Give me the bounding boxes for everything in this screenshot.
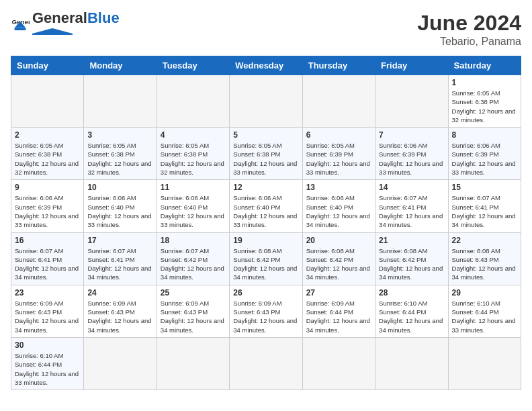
calendar-cell: 10Sunrise: 6:06 AMSunset: 6:40 PMDayligh…	[84, 180, 157, 232]
day-number: 22	[452, 236, 517, 245]
day-number: 28	[379, 288, 444, 298]
day-number: 10	[87, 183, 152, 192]
title-block: June 2024 Tebario, Panama	[417, 11, 521, 48]
calendar-cell: 20Sunrise: 6:08 AMSunset: 6:42 PMDayligh…	[302, 232, 375, 285]
day-info: Sunrise: 6:07 AMSunset: 6:42 PMDaylight:…	[161, 246, 226, 282]
day-number: 19	[233, 236, 298, 245]
day-info: Sunrise: 6:05 AMSunset: 6:38 PMDaylight:…	[15, 141, 80, 177]
calendar-cell	[11, 75, 84, 128]
calendar-cell: 15Sunrise: 6:07 AMSunset: 6:41 PMDayligh…	[448, 180, 521, 232]
day-number: 14	[379, 183, 444, 192]
day-number: 25	[161, 288, 226, 298]
day-number: 3	[87, 130, 152, 140]
calendar-table: Sunday Monday Tuesday Wednesday Thursday…	[11, 56, 521, 390]
calendar-cell: 12Sunrise: 6:06 AMSunset: 6:40 PMDayligh…	[230, 180, 302, 232]
day-info: Sunrise: 6:08 AMSunset: 6:42 PMDaylight:…	[233, 246, 298, 282]
calendar-cell: 7Sunrise: 6:06 AMSunset: 6:39 PMDaylight…	[375, 128, 448, 180]
day-number: 8	[452, 130, 517, 140]
calendar-cell: 2Sunrise: 6:05 AMSunset: 6:38 PMDaylight…	[11, 128, 84, 180]
day-info: Sunrise: 6:06 AMSunset: 6:40 PMDaylight:…	[161, 193, 226, 229]
day-number: 23	[15, 288, 80, 298]
day-info: Sunrise: 6:05 AMSunset: 6:38 PMDaylight:…	[452, 89, 517, 124]
calendar-cell	[157, 75, 229, 128]
day-number: 30	[15, 340, 80, 350]
calendar-cell	[230, 337, 302, 390]
calendar-cell: 29Sunrise: 6:10 AMSunset: 6:44 PMDayligh…	[448, 285, 521, 337]
day-number: 2	[15, 130, 80, 140]
calendar-cell: 9Sunrise: 6:06 AMSunset: 6:39 PMDaylight…	[11, 180, 84, 232]
month-title: June 2024	[417, 11, 521, 36]
logo-text: GeneralBlue	[32, 11, 120, 26]
calendar-cell: 25Sunrise: 6:09 AMSunset: 6:43 PMDayligh…	[157, 285, 229, 337]
day-info: Sunrise: 6:09 AMSunset: 6:43 PMDaylight:…	[233, 299, 298, 334]
day-info: Sunrise: 6:06 AMSunset: 6:40 PMDaylight:…	[87, 193, 152, 229]
calendar-cell	[375, 75, 448, 128]
day-info: Sunrise: 6:08 AMSunset: 6:43 PMDaylight:…	[452, 246, 517, 282]
calendar-week-row: 1Sunrise: 6:05 AMSunset: 6:38 PMDaylight…	[11, 75, 521, 128]
day-info: Sunrise: 6:09 AMSunset: 6:43 PMDaylight:…	[87, 299, 152, 334]
col-saturday: Saturday	[448, 56, 521, 75]
calendar-cell: 28Sunrise: 6:10 AMSunset: 6:44 PMDayligh…	[375, 285, 448, 337]
calendar-cell: 26Sunrise: 6:09 AMSunset: 6:43 PMDayligh…	[230, 285, 302, 337]
calendar-cell: 13Sunrise: 6:06 AMSunset: 6:40 PMDayligh…	[302, 180, 375, 232]
calendar-cell: 16Sunrise: 6:07 AMSunset: 6:41 PMDayligh…	[11, 232, 84, 285]
day-info: Sunrise: 6:08 AMSunset: 6:42 PMDaylight:…	[306, 246, 371, 282]
day-number: 17	[87, 236, 152, 245]
day-number: 7	[379, 130, 444, 140]
day-info: Sunrise: 6:07 AMSunset: 6:41 PMDaylight:…	[87, 246, 152, 282]
day-number: 27	[306, 288, 371, 298]
day-info: Sunrise: 6:05 AMSunset: 6:38 PMDaylight:…	[233, 141, 298, 177]
calendar-cell	[302, 75, 375, 128]
logo-icon: General	[11, 15, 30, 34]
calendar-cell: 18Sunrise: 6:07 AMSunset: 6:42 PMDayligh…	[157, 232, 229, 285]
calendar-cell	[84, 337, 157, 390]
day-number: 26	[233, 288, 298, 298]
logo: General GeneralBlue	[11, 11, 120, 38]
day-number: 5	[233, 130, 298, 140]
calendar-week-row: 16Sunrise: 6:07 AMSunset: 6:41 PMDayligh…	[11, 232, 521, 285]
day-info: Sunrise: 6:06 AMSunset: 6:40 PMDaylight:…	[233, 193, 298, 229]
day-number: 1	[452, 78, 517, 87]
calendar-cell: 22Sunrise: 6:08 AMSunset: 6:43 PMDayligh…	[448, 232, 521, 285]
day-info: Sunrise: 6:06 AMSunset: 6:39 PMDaylight:…	[15, 193, 80, 229]
calendar-cell: 1Sunrise: 6:05 AMSunset: 6:38 PMDaylight…	[448, 75, 521, 128]
day-number: 13	[306, 183, 371, 192]
day-info: Sunrise: 6:10 AMSunset: 6:44 PMDaylight:…	[379, 299, 444, 334]
day-info: Sunrise: 6:05 AMSunset: 6:39 PMDaylight:…	[306, 141, 371, 177]
page-header: General GeneralBlue June 2024 Tebario, P…	[11, 11, 521, 48]
day-number: 29	[452, 288, 517, 298]
day-number: 24	[87, 288, 152, 298]
calendar-cell: 8Sunrise: 6:06 AMSunset: 6:39 PMDaylight…	[448, 128, 521, 180]
calendar-cell: 3Sunrise: 6:05 AMSunset: 6:38 PMDaylight…	[84, 128, 157, 180]
day-info: Sunrise: 6:06 AMSunset: 6:39 PMDaylight:…	[452, 141, 517, 177]
day-info: Sunrise: 6:06 AMSunset: 6:39 PMDaylight:…	[379, 141, 444, 177]
calendar-cell: 11Sunrise: 6:06 AMSunset: 6:40 PMDayligh…	[157, 180, 229, 232]
calendar-cell	[448, 337, 521, 390]
day-info: Sunrise: 6:09 AMSunset: 6:43 PMDaylight:…	[161, 299, 226, 334]
calendar-cell	[157, 337, 229, 390]
calendar-cell: 14Sunrise: 6:07 AMSunset: 6:41 PMDayligh…	[375, 180, 448, 232]
calendar-cell: 30Sunrise: 6:10 AMSunset: 6:44 PMDayligh…	[11, 337, 84, 390]
calendar-week-row: 9Sunrise: 6:06 AMSunset: 6:39 PMDaylight…	[11, 180, 521, 232]
day-info: Sunrise: 6:05 AMSunset: 6:38 PMDaylight:…	[87, 141, 152, 177]
calendar-week-row: 2Sunrise: 6:05 AMSunset: 6:38 PMDaylight…	[11, 128, 521, 180]
day-number: 6	[306, 130, 371, 140]
day-info: Sunrise: 6:06 AMSunset: 6:40 PMDaylight:…	[306, 193, 371, 229]
calendar-week-row: 23Sunrise: 6:09 AMSunset: 6:43 PMDayligh…	[11, 285, 521, 337]
calendar-cell: 21Sunrise: 6:08 AMSunset: 6:42 PMDayligh…	[375, 232, 448, 285]
day-info: Sunrise: 6:10 AMSunset: 6:44 PMDaylight:…	[452, 299, 517, 334]
col-friday: Friday	[375, 56, 448, 75]
svg-marker-3	[32, 28, 73, 35]
day-number: 9	[15, 183, 80, 192]
calendar-cell: 24Sunrise: 6:09 AMSunset: 6:43 PMDayligh…	[84, 285, 157, 337]
calendar-cell	[302, 337, 375, 390]
day-info: Sunrise: 6:09 AMSunset: 6:43 PMDaylight:…	[15, 299, 80, 334]
day-number: 11	[161, 183, 226, 192]
day-info: Sunrise: 6:08 AMSunset: 6:42 PMDaylight:…	[379, 246, 444, 282]
day-number: 18	[161, 236, 226, 245]
col-wednesday: Wednesday	[230, 56, 302, 75]
logo-underline	[32, 28, 73, 35]
day-info: Sunrise: 6:10 AMSunset: 6:44 PMDaylight:…	[15, 351, 80, 387]
day-number: 12	[233, 183, 298, 192]
day-info: Sunrise: 6:05 AMSunset: 6:38 PMDaylight:…	[161, 141, 226, 177]
